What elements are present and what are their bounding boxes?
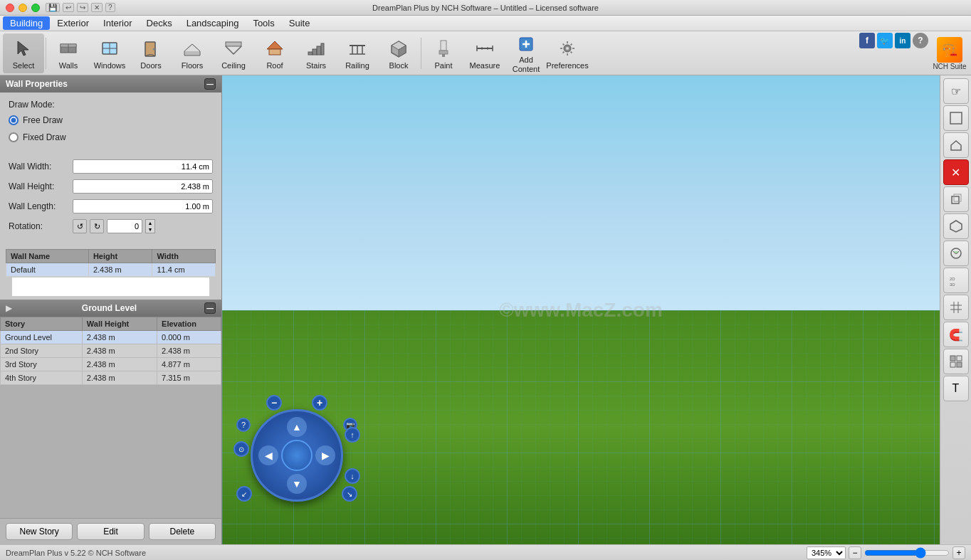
tool-ceiling[interactable]: Ceiling: [213, 33, 254, 73]
floors-icon: [181, 37, 204, 60]
new-story-button[interactable]: New Story: [6, 523, 73, 540]
story-table-row[interactable]: Ground Level2.438 m0.000 m: [1, 331, 221, 344]
tool-block[interactable]: Block: [378, 33, 419, 73]
delete-button[interactable]: ✕: [943, 159, 969, 185]
edit-story-button[interactable]: Edit: [77, 523, 144, 540]
close-icon[interactable]: ✕: [91, 3, 103, 12]
nav-pan-button[interactable]: ↙: [236, 486, 252, 502]
social-tw[interactable]: 🐦: [877, 33, 893, 48]
minimize-button[interactable]: [19, 4, 27, 12]
wall-length-input[interactable]: [73, 199, 213, 213]
tool-railing[interactable]: Railing: [337, 33, 378, 73]
help-btn-tb[interactable]: ?: [913, 33, 928, 48]
redo-icon[interactable]: ↪: [77, 3, 88, 12]
undo-icon[interactable]: ↩: [63, 3, 74, 12]
tool-walls[interactable]: Walls: [48, 33, 89, 73]
zoom-out-status-button[interactable]: −: [849, 546, 861, 559]
menu-building[interactable]: Building: [3, 16, 50, 30]
view-flat-button[interactable]: [943, 132, 969, 158]
nav-center-button[interactable]: [281, 440, 313, 471]
tool-stairs[interactable]: Stairs: [295, 33, 337, 73]
pan-up-button[interactable]: ▲: [287, 417, 307, 437]
materials-button[interactable]: [943, 241, 969, 266]
story-table-row[interactable]: 2nd Story2.438 m2.438 m: [1, 344, 221, 358]
viewport[interactable]: ©www.MacZ.com − + ? 📷 ⊙ ↑ ↓ ↙: [222, 75, 940, 544]
tool-floors[interactable]: Floors: [172, 33, 213, 73]
wall-height-input[interactable]: [73, 179, 213, 194]
nch-suite-label: NCH Suite: [933, 63, 966, 70]
titlebar-icons[interactable]: 💾 ↩ ↪ ✕ ?: [46, 3, 115, 12]
add-content-icon: [515, 34, 537, 54]
navigation-wheel[interactable]: − + ? 📷 ⊙ ↑ ↓ ↙ ↘ ▲: [243, 402, 350, 509]
pattern-button[interactable]: [943, 349, 969, 374]
zoom-in-status-button[interactable]: +: [952, 546, 965, 559]
tool-roof[interactable]: Roof: [254, 33, 295, 73]
menu-landscaping[interactable]: Landscaping: [179, 16, 246, 30]
tool-windows[interactable]: Windows: [89, 33, 130, 73]
tool-select[interactable]: Select: [3, 33, 44, 73]
help-icon-tb[interactable]: ?: [105, 3, 115, 12]
zoom-select[interactable]: 345% 100% 200% 50%: [807, 546, 846, 559]
free-draw-radio[interactable]: [9, 115, 19, 125]
nav-orbit-button[interactable]: ↘: [342, 486, 357, 502]
wall-width-input[interactable]: [73, 159, 213, 174]
rotate-ccw-button[interactable]: ↺: [73, 219, 87, 233]
traffic-lights[interactable]: [6, 4, 40, 12]
save-icon[interactable]: 💾: [46, 3, 60, 12]
zoom-out-button[interactable]: −: [266, 395, 282, 411]
story-wall-height-cell: 2.438 m: [82, 358, 157, 371]
hand-tool-button[interactable]: ☞: [943, 78, 969, 104]
svg-marker-9: [267, 41, 283, 49]
rotate-cw-button[interactable]: ↻: [90, 219, 104, 233]
story-table-row[interactable]: 4th Story2.438 m7.315 m: [1, 371, 221, 385]
spin-up-icon[interactable]: ▲: [146, 220, 154, 226]
menu-suite[interactable]: Suite: [282, 16, 317, 30]
duplicate-button[interactable]: [943, 186, 969, 212]
tool-doors[interactable]: Doors: [130, 33, 172, 73]
wall-height-label: Wall Height:: [9, 181, 73, 191]
zoom-in-button[interactable]: +: [312, 395, 327, 411]
social-li[interactable]: in: [895, 33, 910, 48]
svg-rect-58: [957, 356, 962, 361]
menu-exterior[interactable]: Exterior: [50, 16, 96, 30]
pan-right-button[interactable]: ▶: [315, 445, 335, 465]
nav-help-button[interactable]: ?: [236, 418, 251, 432]
pan-down-button[interactable]: ▼: [287, 474, 307, 494]
pan-left-button[interactable]: ◀: [258, 445, 278, 465]
grid-button[interactable]: [943, 295, 969, 320]
close-button[interactable]: [6, 4, 14, 12]
maximize-button[interactable]: [31, 4, 40, 12]
view-normal-button[interactable]: [943, 105, 969, 131]
svg-text:2D: 2D: [950, 277, 955, 281]
nav-target-button[interactable]: ⊙: [233, 441, 249, 457]
story-table-row[interactable]: 3rd Story2.438 m4.877 m: [1, 358, 221, 371]
menu-tools[interactable]: Tools: [246, 16, 281, 30]
3d-view-button[interactable]: [943, 213, 969, 239]
ground-level-collapse[interactable]: —: [204, 302, 216, 314]
wall-table-row[interactable]: Default2.438 m11.4 cm: [6, 263, 216, 277]
rotation-input[interactable]: [107, 219, 142, 233]
social-fb[interactable]: f: [859, 33, 875, 48]
menu-interior[interactable]: Interior: [96, 16, 139, 30]
tool-measure[interactable]: Measure: [464, 33, 505, 73]
story-name-cell: Ground Level: [1, 331, 83, 344]
stairs-label: Stairs: [306, 61, 326, 70]
tilt-up-button[interactable]: ↑: [345, 427, 360, 443]
zoom-slider[interactable]: [864, 547, 950, 559]
menu-decks[interactable]: Decks: [140, 16, 179, 30]
snap-button[interactable]: 🧲: [943, 322, 969, 347]
tool-add-content[interactable]: Add Content: [505, 33, 547, 73]
wall-properties-panel: Wall Properties — Draw Mode: Free Draw F…: [0, 75, 221, 300]
text-button[interactable]: T: [943, 376, 969, 401]
fixed-draw-radio[interactable]: [9, 132, 19, 142]
tool-preferences[interactable]: Preferences: [547, 33, 588, 73]
2d-3d-toggle-button[interactable]: 2D 3D: [943, 268, 969, 293]
spin-down-icon[interactable]: ▼: [146, 226, 154, 233]
rotation-spinner[interactable]: ▲ ▼: [145, 219, 155, 233]
wall-properties-collapse[interactable]: —: [204, 78, 216, 90]
story-elevation-cell: 2.438 m: [157, 344, 221, 358]
tool-paint[interactable]: Paint: [423, 33, 464, 73]
delete-story-button[interactable]: Delete: [149, 523, 216, 540]
tilt-down-button[interactable]: ↓: [345, 468, 360, 484]
nch-suite-button[interactable]: 🏗️ NCH Suite: [928, 31, 971, 75]
